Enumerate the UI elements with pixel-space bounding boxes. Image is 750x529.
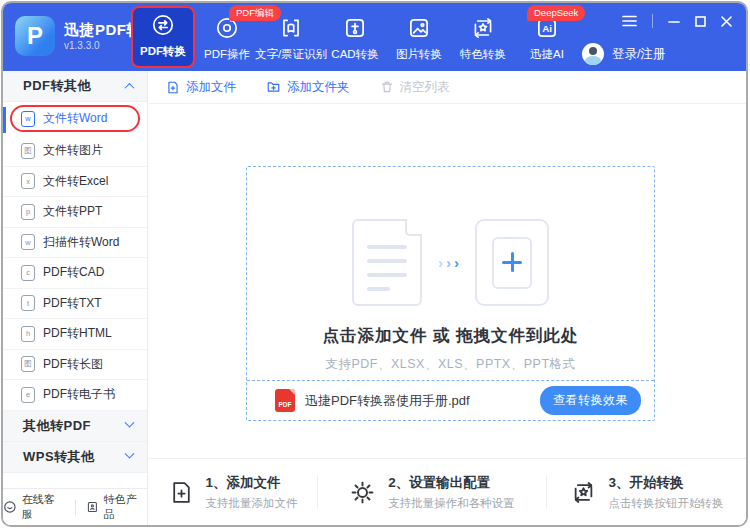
sidebar-item-pdf-to-ebook[interactable]: e PDF转电子书	[3, 380, 147, 411]
file-plus-icon	[166, 80, 180, 95]
section-label: WPS转其他	[23, 448, 95, 466]
folder-plus-icon	[266, 80, 281, 94]
scan-doc-icon: w	[21, 234, 35, 250]
footer-label: 特色产品	[104, 492, 147, 522]
sidebar-item-file-to-excel[interactable]: x 文件转Excel	[3, 167, 147, 198]
deepseek-badge: DeepSeek	[527, 5, 585, 21]
chat-smile-icon	[3, 500, 17, 514]
button-label: 添加文件夹	[287, 79, 350, 96]
tab-label: PDF转换	[140, 44, 186, 59]
sidebar-item-file-to-ppt[interactable]: p 文件转PPT	[3, 197, 147, 228]
item-label: PDF转HTML	[43, 325, 112, 342]
sidebar-section-other-to-pdf[interactable]: 其他转PDF	[3, 411, 147, 442]
login-label: 登录/注册	[612, 46, 665, 63]
clear-list-button[interactable]: 清空列表	[380, 79, 450, 96]
plus-icon	[492, 237, 532, 289]
step-desc: 支持批量添加文件	[206, 496, 298, 511]
tab-pdf-operate[interactable]: PDF编辑 PDF操作	[195, 3, 259, 71]
maximize-icon[interactable]	[695, 16, 706, 27]
ppt-doc-icon: p	[21, 204, 35, 220]
item-label: PDF转TXT	[43, 295, 102, 312]
chevron-down-icon	[125, 449, 135, 459]
file-toolbar: 添加文件 添加文件夹 清空列表	[149, 71, 746, 104]
sidebar-item-file-to-image[interactable]: 图 文件转图片	[3, 136, 147, 167]
item-label: PDF转电子书	[43, 386, 115, 403]
tab-image-convert[interactable]: 图片转换	[387, 3, 451, 71]
drop-zone-illustration: ›››	[247, 219, 654, 306]
sidebar-section-pdf-to-other[interactable]: PDF转其他	[3, 71, 147, 102]
tab-ai[interactable]: DeepSeek Ai 迅捷AI	[515, 3, 579, 71]
gear-icon	[349, 479, 376, 506]
section-label: PDF转其他	[23, 77, 91, 95]
star-rotate-icon	[570, 479, 597, 506]
tab-special-convert[interactable]: 特色转换	[451, 3, 515, 71]
step-title: 2、设置输出配置	[388, 474, 515, 492]
html-doc-icon: h	[21, 326, 35, 342]
drop-zone-sub-text: 支持PDF、XLSX、XLS、PPTX、PPT格式	[247, 356, 654, 373]
svg-text:Ai: Ai	[542, 23, 552, 34]
step-title: 3、开始转换	[609, 474, 724, 492]
window-controls	[622, 14, 732, 28]
sidebar-section-wps-to-other[interactable]: WPS转其他	[3, 442, 147, 473]
add-card[interactable]	[475, 219, 549, 306]
menu-icon[interactable]	[622, 15, 637, 27]
step-add-file: 1、添加文件 支持批量添加文件	[149, 459, 317, 525]
step-desc: 支持批量操作和各种设置	[388, 496, 515, 511]
minimize-icon[interactable]	[668, 15, 680, 27]
file-plus-icon	[169, 479, 194, 506]
cad-plumb-icon	[342, 13, 368, 43]
tab-cad-convert[interactable]: CAD转换	[323, 3, 387, 71]
word-doc-icon: w	[21, 111, 35, 127]
sidebar-item-pdf-to-html[interactable]: h PDF转HTML	[3, 319, 147, 350]
pdf-file-icon: PDF	[275, 389, 295, 412]
ticket-ocr-icon	[278, 13, 304, 43]
chevron-down-icon	[125, 418, 135, 428]
item-label: PDF转CAD	[43, 264, 104, 281]
item-label: 文件转PPT	[43, 203, 102, 220]
button-label: 添加文件	[186, 79, 236, 96]
step-title: 1、添加文件	[206, 474, 298, 492]
sample-file-row: PDF 迅捷PDF转换器使用手册.pdf 查看转换效果	[247, 380, 654, 420]
login-register[interactable]: 登录/注册	[582, 43, 665, 65]
view-result-button[interactable]: 查看转换效果	[540, 386, 641, 415]
add-folder-button[interactable]: 添加文件夹	[266, 79, 350, 96]
tab-label: 特色转换	[460, 47, 506, 62]
item-label: PDF转长图	[43, 356, 103, 373]
main-nav-tabs: PDF转换 PDF编辑 PDF操作 文字/票证识别	[131, 3, 579, 71]
steps-footer: 1、添加文件 支持批量添加文件 2、设置输出配置 支持批量操作和各种设置	[149, 458, 746, 525]
sidebar: PDF转其他 w 文件转Word 图 文件转图片 x 文件转Excel p 文件…	[3, 71, 148, 525]
sidebar-item-scan-to-word[interactable]: w 扫描件转Word	[3, 228, 147, 259]
image-icon	[406, 13, 432, 43]
sidebar-item-pdf-to-long-image[interactable]: 图 PDF转长图	[3, 350, 147, 381]
close-icon[interactable]	[721, 16, 732, 27]
image-doc-icon: 图	[21, 143, 35, 159]
sidebar-footer: 在线客服 特色产品	[3, 488, 147, 525]
file-name: 迅捷PDF转换器使用手册.pdf	[305, 392, 470, 410]
featured-products-link[interactable]: 特色产品	[86, 492, 147, 522]
ebook-doc-icon: e	[21, 387, 35, 403]
footer-label: 在线客服	[22, 492, 65, 522]
transfer-circle-icon	[150, 10, 176, 40]
control-divider	[652, 14, 653, 28]
tab-pdf-convert[interactable]: PDF转换	[131, 6, 195, 68]
online-support-link[interactable]: 在线客服	[3, 492, 65, 522]
product-badge-icon	[86, 500, 99, 514]
star-rotate-icon	[470, 13, 496, 43]
add-file-button[interactable]: 添加文件	[166, 79, 236, 96]
item-label: 文件转Word	[43, 110, 107, 127]
titlebar: P 迅捷PDF转换器 v1.3.3.0 PDF转换 PDF编辑	[3, 3, 746, 71]
sidebar-item-pdf-to-cad[interactable]: c PDF转CAD	[3, 258, 147, 289]
excel-doc-icon: x	[21, 173, 35, 189]
pdf-edit-badge: PDF编辑	[229, 5, 281, 21]
cad-doc-icon: c	[21, 265, 35, 281]
section-label: 其他转PDF	[23, 417, 91, 435]
app-window: P 迅捷PDF转换器 v1.3.3.0 PDF转换 PDF编辑	[1, 1, 748, 527]
selected-indicator	[3, 107, 6, 133]
sidebar-item-pdf-to-txt[interactable]: t PDF转TXT	[3, 289, 147, 320]
button-label: 清空列表	[400, 79, 450, 96]
chevron-up-icon	[125, 82, 135, 92]
step-desc: 点击转换按钮开始转换	[609, 496, 724, 511]
sidebar-item-file-to-word[interactable]: w 文件转Word	[10, 105, 140, 132]
drop-zone[interactable]: ››› 点击添加文件 或 拖拽文件到此处 支持PDF、XLSX、XLS、PPTX…	[246, 166, 655, 421]
item-label: 扫描件转Word	[43, 234, 119, 251]
